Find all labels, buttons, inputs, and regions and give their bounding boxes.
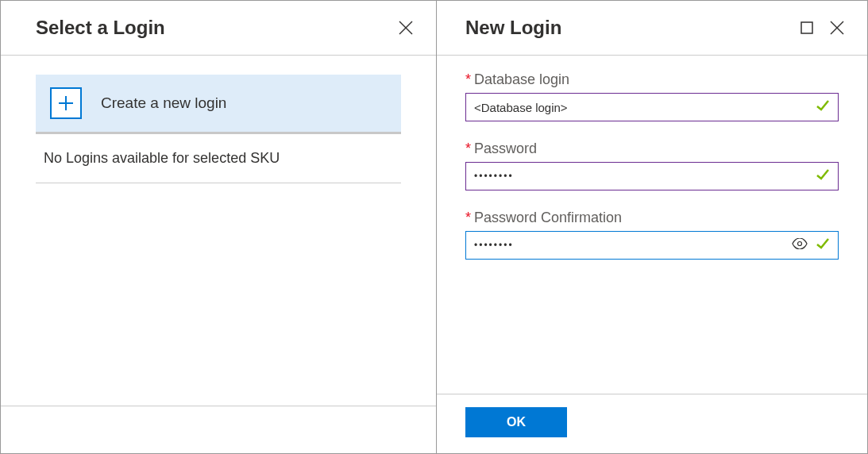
ok-button[interactable]: OK [465,407,567,437]
eye-icon[interactable] [792,238,808,252]
create-new-login-item[interactable]: Create a new login [36,75,401,134]
left-title: Select a Login [36,17,165,39]
right-footer: OK [437,394,867,453]
new-login-panel: New Login *Database login [437,1,867,453]
select-login-panel: Select a Login Create a new login No Log… [1,1,437,453]
password-input-wrap[interactable]: •••••••• [465,162,839,190]
no-logins-text: No Logins available for selected SKU [36,134,401,183]
confirm-password-group: *Password Confirmation •••••••• [465,210,839,260]
confirm-password-label: *Password Confirmation [465,210,839,226]
svg-rect-4 [801,22,812,33]
db-login-group: *Database login [465,71,839,121]
left-body: Create a new login No Logins available f… [1,56,436,406]
db-login-input[interactable] [474,101,816,114]
password-label: *Password [465,140,839,157]
svg-point-7 [798,242,802,246]
required-star-icon: * [465,71,471,87]
confirm-password-input-wrap[interactable]: •••••••• [465,231,839,260]
db-login-input-wrap[interactable] [465,93,839,121]
create-login-label: Create a new login [101,94,226,112]
check-icon [816,98,830,116]
plus-icon [50,87,82,119]
password-input[interactable]: •••••••• [474,171,514,182]
required-star-icon: * [465,140,471,156]
password-group: *Password •••••••• [465,140,839,190]
required-star-icon: * [465,210,471,225]
close-icon[interactable] [398,20,414,36]
check-icon [816,237,830,254]
db-login-label-text: Database login [474,71,569,87]
password-label-text: Password [474,140,537,156]
confirm-password-input[interactable]: •••••••• [474,240,514,251]
confirm-password-label-text: Password Confirmation [474,210,622,225]
left-header: Select a Login [1,1,436,56]
maximize-icon[interactable] [799,20,815,36]
right-body: *Database login *Password •••••••• [437,56,867,394]
db-login-label: *Database login [465,71,839,88]
right-title: New Login [465,17,561,39]
right-header: New Login [437,1,867,56]
close-icon[interactable] [829,20,845,36]
left-footer [1,406,436,453]
check-icon [816,167,830,185]
